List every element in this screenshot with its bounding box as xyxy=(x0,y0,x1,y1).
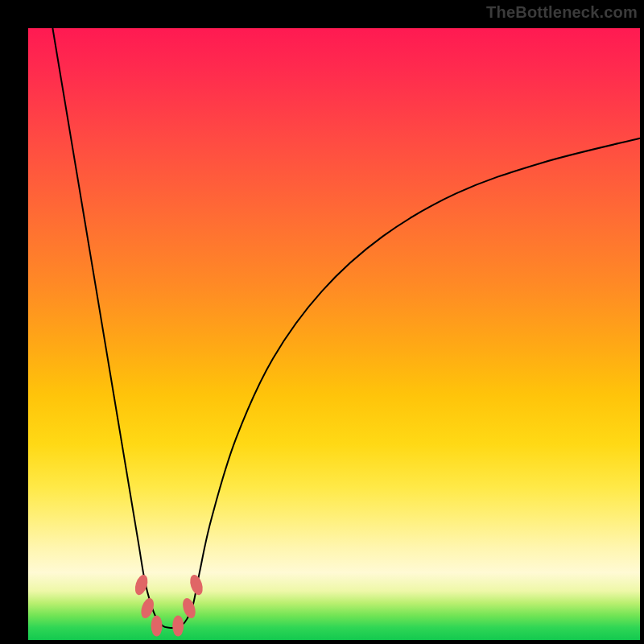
threshold-marker xyxy=(139,597,156,620)
bottleneck-curve xyxy=(52,28,640,628)
threshold-marker xyxy=(151,616,163,637)
threshold-marker xyxy=(172,616,184,637)
watermark-text: TheBottleneck.com xyxy=(486,3,638,22)
threshold-marker xyxy=(188,573,204,597)
chart-stage: TheBottleneck.com xyxy=(0,0,644,644)
chart-svg xyxy=(28,28,640,640)
threshold-markers xyxy=(133,573,205,636)
plot-area xyxy=(28,28,640,640)
threshold-marker xyxy=(180,597,197,620)
